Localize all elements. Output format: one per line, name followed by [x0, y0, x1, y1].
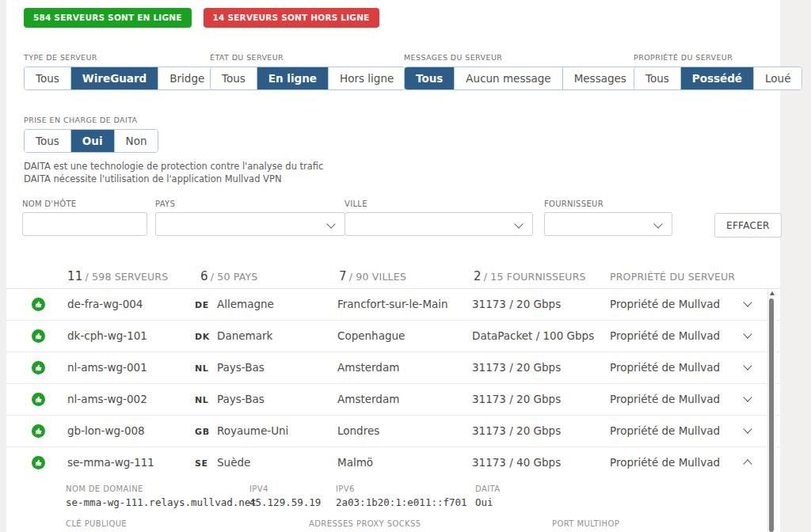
country-name: Royaume-Uni [217, 424, 288, 437]
chevron-down-icon [326, 219, 335, 228]
country-code: DE [195, 300, 209, 310]
filter-label: PROPRIÉTÉ DU SERVEUR [634, 53, 802, 62]
filter-option-button[interactable]: Non [115, 130, 158, 152]
filter-label: MESSAGES DU SERVEUR [404, 53, 638, 62]
online-servers-badge[interactable]: 584 SERVEURS SONT EN LIGNE [24, 8, 192, 28]
chevron-down-icon [653, 219, 662, 228]
country-name: Pays-Bas [217, 393, 265, 405]
filter-option-button[interactable]: Possédé [681, 67, 754, 89]
server-provider: DataPacket / 100 Gbps [472, 329, 594, 342]
chevron-down-icon[interactable] [743, 424, 752, 433]
details-row-1: NOM DE DOMAINE se-mma-wg-111.relays.mull… [6, 478, 780, 513]
segmented-control: TousPossédéLoué [634, 66, 802, 90]
providers-count: 2/ 15 FOURNISSEURS [474, 269, 586, 283]
segmented-control: TousWireGuardBridge [24, 66, 216, 90]
chevron-up-icon[interactable] [743, 459, 752, 468]
filter-option-button[interactable]: WireGuard [71, 67, 158, 89]
filter-option-button[interactable]: Tous [25, 67, 71, 89]
table-row[interactable]: de-fra-wg-004 DE Allemagne Francfort-sur… [6, 289, 780, 321]
filter-group: PRISE EN CHARGE DE DAITA TousOuiNon [24, 116, 323, 153]
country-name: Danemark [217, 329, 272, 342]
server-online-icon [32, 424, 45, 438]
chevron-down-icon[interactable] [743, 361, 752, 370]
filter-option-button[interactable]: Aucun message [455, 67, 562, 89]
server-table: de-fra-wg-004 DE Allemagne Francfort-sur… [6, 288, 780, 532]
table-scrollbar[interactable] [767, 289, 775, 532]
table-row[interactable]: gb-lon-wg-008 GB Royaume-Uni Londres 311… [6, 416, 780, 447]
filter-option-button[interactable]: Tous [405, 67, 455, 89]
public-key-field: CLÉ PUBLIQUE vi0PPk0ZCDvDMCSOD0mctmPEEHZ… [66, 519, 328, 532]
scrollbar-up-arrow-icon[interactable] [770, 291, 775, 295]
clear-filters-button[interactable]: EFFACER [714, 213, 782, 238]
scrollbar-thumb[interactable] [769, 298, 774, 532]
hostname-label: NOM D'HÔTE [22, 200, 147, 208]
server-city: Amsterdam [337, 361, 399, 374]
ipv6-value: 2a03:1b20:1:e011::f701 [336, 496, 467, 508]
chevron-down-icon[interactable] [743, 393, 752, 401]
ipv4-field: IPV4 45.129.59.19 [249, 484, 321, 508]
country-code: DK [195, 332, 210, 342]
filter-option-button[interactable]: Tous [25, 130, 71, 152]
city-field: VILLE [345, 200, 533, 236]
server-provider: 31173 / 20 Gbps [472, 424, 561, 437]
ownership-column-header: PROPRIÉTÉ DU SERVEUR [610, 271, 735, 283]
server-provider: 31173 / 20 Gbps [472, 298, 561, 310]
country-label: PAYS [155, 200, 345, 208]
hostname-field: NOM D'HÔTE [22, 200, 147, 236]
country-select[interactable] [155, 212, 345, 236]
provider-field: FOURNISSEUR [544, 200, 672, 236]
servers-count: 11/ 598 SERVEURS [67, 269, 168, 283]
server-hostname: gb-lon-wg-008 [67, 424, 145, 437]
table-row[interactable]: nl-ams-wg-002 NL Pays-Bas Amsterdam 3117… [6, 384, 780, 416]
filter-option-button[interactable]: Tous [211, 67, 257, 89]
filter-group: TYPE DE SERVEUR TousWireGuardBridge [24, 53, 216, 90]
filter-option-button[interactable]: En ligne [257, 67, 329, 89]
country-name: Pays-Bas [217, 361, 265, 374]
filter-option-button[interactable]: Bridge [158, 67, 215, 89]
server-city: Copenhague [337, 329, 405, 342]
search-row: NOM D'HÔTE PAYS VILLE FOURNISSEUR EFFACE [6, 200, 780, 243]
server-online-icon [32, 456, 45, 469]
server-ownership: Propriété de Mullvad [610, 361, 720, 374]
country-field: PAYS [155, 200, 345, 236]
server-city: Amsterdam [337, 393, 399, 405]
server-hostname: se-mma-wg-111 [67, 456, 154, 469]
hostname-input[interactable] [23, 213, 147, 235]
server-ownership: Propriété de Mullvad [610, 456, 720, 469]
provider-label: FOURNISSEUR [544, 200, 672, 208]
country-name: Allemagne [217, 298, 274, 310]
filter-option-button[interactable]: Tous [634, 67, 681, 89]
domain-value: se-mma-wg-111.relays.mullvad.net [66, 496, 257, 508]
daita-filter-block: PRISE EN CHARGE DE DAITA TousOuiNon DAIT… [24, 116, 323, 185]
chevron-down-icon[interactable] [743, 298, 752, 306]
ipv6-field: IPV6 2a03:1b20:1:e011::f701 [336, 484, 467, 508]
filter-option-button[interactable]: Loué [754, 67, 801, 89]
server-online-icon [32, 361, 45, 374]
filter-option-button[interactable]: Messages [563, 67, 638, 89]
daita-note-1: DAITA est une technologie de protection … [24, 160, 323, 173]
server-ownership: Propriété de Mullvad [610, 393, 720, 405]
daita-note-2: DAITA nécessite l'utilisation de l'appli… [24, 173, 323, 185]
server-online-icon [32, 298, 45, 311]
table-row[interactable]: se-mma-wg-111 SE Suède Malmö 31173 / 40 … [6, 447, 780, 478]
table-row[interactable]: nl-ams-wg-001 NL Pays-Bas Amsterdam 3117… [6, 352, 780, 384]
filter-option-button[interactable]: Oui [71, 130, 115, 152]
offline-servers-badge[interactable]: 14 SERVEURS SONT HORS LIGNE [204, 8, 379, 28]
domain-field: NOM DE DOMAINE se-mma-wg-111.relays.mull… [66, 484, 257, 508]
results-summary: 11/ 598 SERVEURS 6/ 50 PAYS 7/ 90 VILLES… [6, 263, 780, 288]
filter-group: PROPRIÉTÉ DU SERVEUR TousPossédéLoué [634, 53, 802, 90]
details-row-2: CLÉ PUBLIQUE vi0PPk0ZCDvDMCSOD0mctmPEEHZ… [6, 513, 780, 532]
table-row[interactable]: dk-cph-wg-101 DK Danemark Copenhague Dat… [6, 321, 780, 352]
chevron-down-icon[interactable] [743, 329, 752, 338]
server-provider: 31173 / 20 Gbps [472, 393, 561, 405]
server-list-page: 584 SERVEURS SONT EN LIGNE 14 SERVEURS S… [6, 0, 780, 532]
daita-value: Oui [475, 496, 501, 508]
city-select[interactable] [345, 212, 533, 236]
server-ownership: Propriété de Mullvad [610, 424, 720, 437]
server-provider: 31173 / 40 Gbps [472, 456, 561, 469]
filter-row: TYPE DE SERVEUR TousWireGuardBridge ÉTAT… [6, 53, 780, 101]
segmented-control: TousOuiNon [24, 129, 158, 153]
server-provider: 31173 / 20 Gbps [472, 361, 561, 374]
filter-option-button[interactable]: Hors ligne [329, 67, 405, 89]
provider-select[interactable] [544, 212, 672, 236]
